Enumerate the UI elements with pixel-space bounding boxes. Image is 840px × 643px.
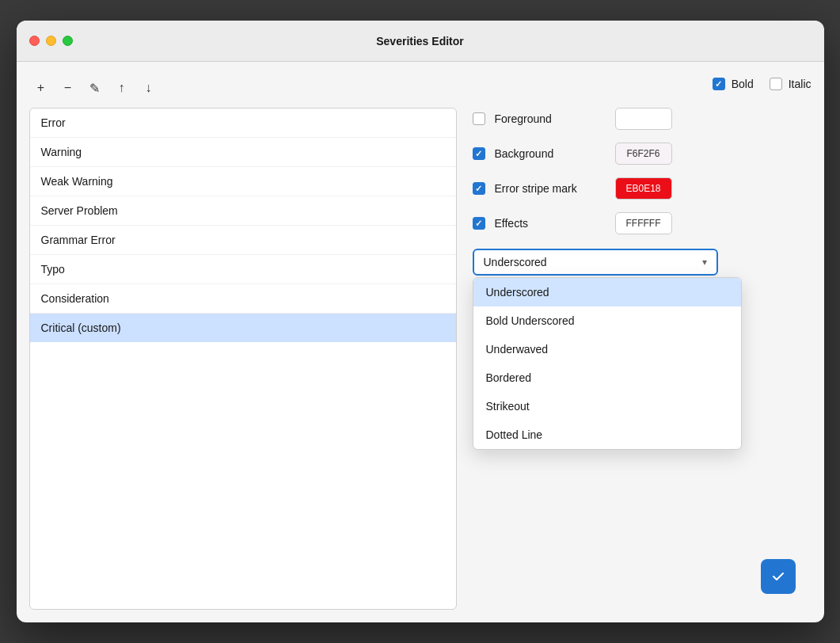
list-item[interactable]: Error [30, 108, 456, 138]
list-toolbar: + − ✎ ↑ ↓ [29, 74, 457, 101]
dropdown-option-underwaved[interactable]: Underwaved [473, 335, 741, 363]
error-stripe-row: Error stripe mark EB0E18 [473, 173, 811, 204]
main-window: Severities Editor + − ✎ ↑ ↓ Error Warnin… [17, 21, 824, 622]
list-item[interactable]: Warning [30, 138, 456, 167]
bold-label: Bold [732, 78, 754, 90]
minimize-button[interactable] [46, 36, 56, 46]
effects-color-value: FFFFFF [626, 218, 661, 229]
add-button[interactable]: + [29, 78, 53, 98]
error-stripe-checkbox[interactable] [473, 182, 485, 195]
foreground-checkbox[interactable] [473, 112, 485, 125]
left-panel: + − ✎ ↑ ↓ Error Warning Weak Warning Ser… [29, 74, 457, 610]
background-label: Background [495, 147, 606, 160]
background-checkbox[interactable] [473, 147, 485, 160]
italic-checkbox[interactable] [770, 78, 782, 90]
error-stripe-label: Error stripe mark [495, 182, 606, 195]
dropdown-menu: Underscored Bold Underscored Underwaved … [473, 277, 742, 450]
error-stripe-color-swatch[interactable]: EB0E18 [615, 177, 672, 200]
content-area: + − ✎ ↑ ↓ Error Warning Weak Warning Ser… [17, 62, 824, 622]
effects-label: Effects [495, 217, 606, 230]
dropdown-option-bordered[interactable]: Bordered [473, 363, 741, 392]
close-button[interactable] [29, 36, 40, 46]
list-item[interactable]: Weak Warning [30, 167, 456, 196]
remove-button[interactable]: − [56, 78, 80, 98]
foreground-color-swatch[interactable] [615, 108, 672, 130]
bold-checkbox-row: Bold [713, 78, 754, 90]
error-stripe-color-value: EB0E18 [625, 183, 660, 194]
font-options-row: Bold Italic [473, 74, 811, 103]
dropdown-option-underscored[interactable]: Underscored [473, 278, 741, 306]
apply-button[interactable] [761, 559, 796, 594]
checkmark-icon [772, 570, 785, 583]
list-item[interactable]: Grammar Error [30, 226, 456, 255]
properties-area: Foreground Background F6F2F6 Error strip… [473, 103, 811, 276]
bold-checkbox[interactable] [713, 78, 725, 90]
dropdown-selected-value: Underscored [484, 256, 547, 268]
effects-checkbox[interactable] [473, 217, 485, 230]
maximize-button[interactable] [63, 36, 73, 46]
chevron-down-icon: ▾ [702, 257, 707, 268]
background-color-swatch[interactable]: F6F2F6 [615, 143, 672, 165]
move-down-button[interactable]: ↓ [137, 78, 161, 98]
effects-dropdown-area: Underscored ▾ Underscored Bold Underscor… [473, 249, 811, 276]
foreground-label: Foreground [495, 112, 606, 125]
effects-row: Effects FFFFFF [473, 207, 811, 239]
edit-button[interactable]: ✎ [83, 78, 107, 98]
effects-type-dropdown[interactable]: Underscored ▾ [473, 249, 718, 276]
dropdown-option-strikeout[interactable]: Strikeout [473, 392, 741, 420]
background-color-value: F6F2F6 [626, 148, 659, 159]
dropdown-option-dotted-line[interactable]: Dotted Line [473, 420, 741, 449]
foreground-row: Foreground [473, 103, 811, 135]
right-panel: Bold Italic Foreground Backgroun [473, 74, 811, 610]
background-row: Background F6F2F6 [473, 138, 811, 169]
list-item[interactable]: Consideration [30, 284, 456, 314]
effects-color-swatch[interactable]: FFFFFF [615, 212, 672, 234]
list-item[interactable]: Typo [30, 255, 456, 284]
dropdown-option-bold-underscored[interactable]: Bold Underscored [473, 306, 741, 335]
titlebar: Severities Editor [17, 21, 824, 62]
move-up-button[interactable]: ↑ [110, 78, 134, 98]
severity-list: Error Warning Weak Warning Server Proble… [29, 108, 457, 610]
italic-label: Italic [789, 78, 811, 90]
traffic-lights [29, 36, 73, 46]
window-title: Severities Editor [376, 35, 464, 48]
list-item[interactable]: Server Problem [30, 196, 456, 226]
italic-checkbox-row: Italic [770, 78, 811, 90]
list-item-selected[interactable]: Critical (custom) [30, 314, 456, 342]
